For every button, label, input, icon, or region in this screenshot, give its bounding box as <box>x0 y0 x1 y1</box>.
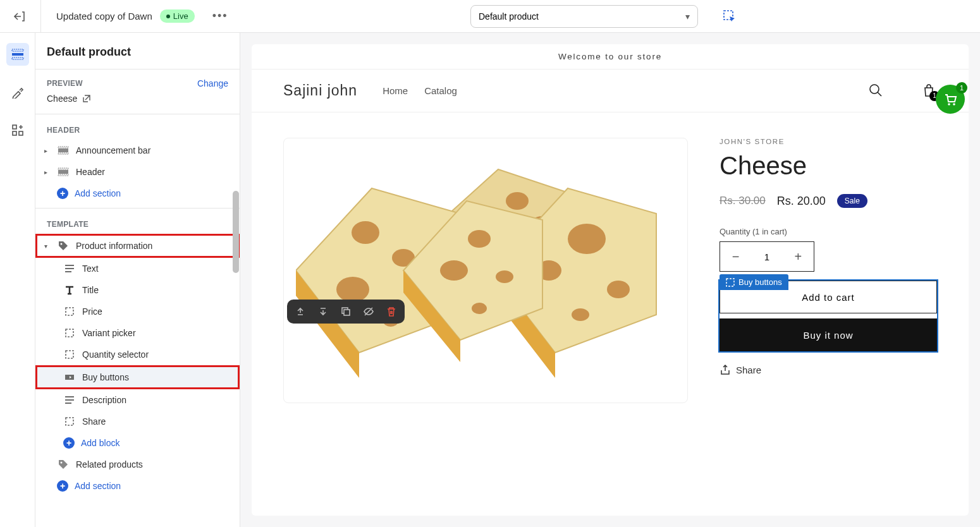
svg-rect-15 <box>66 329 73 337</box>
tree-block-text[interactable]: Text <box>35 258 240 279</box>
template-section-label: TEMPLATE <box>35 209 240 234</box>
hide-button[interactable] <box>362 305 376 318</box>
quantity-decrease[interactable]: − <box>720 243 751 270</box>
share-row[interactable]: Share <box>720 364 937 375</box>
tree-block-buy-buttons[interactable]: Buy buttons <box>35 365 240 389</box>
product-section: JOHN'S STORE Cheese Rs. 30.00 Rs. 20.00 … <box>252 112 969 428</box>
chevron-down-icon: ▾ <box>44 243 51 250</box>
store-name[interactable]: Sajini john <box>283 82 357 99</box>
svg-point-20 <box>870 85 879 94</box>
add-section-header[interactable]: + Add section <box>35 183 240 204</box>
sections-icon <box>11 49 24 60</box>
tree-header[interactable]: ▸ Header <box>35 161 240 183</box>
product-image[interactable] <box>283 138 688 403</box>
section-icon <box>57 166 70 178</box>
tree-related-products[interactable]: Related products <box>35 454 240 475</box>
inspector-button[interactable] <box>718 5 741 28</box>
tree-block-quantity-selector[interactable]: Quantity selector <box>35 344 240 365</box>
tree-block-title[interactable]: Title <box>35 279 240 301</box>
tree-block-price[interactable]: Price <box>35 301 240 322</box>
preview-label: PREVIEW <box>47 79 83 88</box>
svg-point-27 <box>572 308 589 321</box>
block-icon <box>63 349 76 360</box>
paint-icon <box>11 86 24 99</box>
apps-tab[interactable] <box>6 119 29 142</box>
tree-block-variant-picker[interactable]: Variant picker <box>35 322 240 344</box>
tree-block-share[interactable]: Share <box>35 411 240 432</box>
announcement-bar: Welcome to our store <box>252 44 969 70</box>
tree-product-information[interactable]: ▾ Product information <box>35 234 240 258</box>
product-info: JOHN'S STORE Cheese Rs. 30.00 Rs. 20.00 … <box>720 138 937 403</box>
svg-rect-3 <box>12 58 23 59</box>
delete-button[interactable] <box>384 305 398 318</box>
add-block-label: Add block <box>81 438 119 448</box>
preview-frame: Welcome to our store Sajini john Home Ca… <box>252 44 969 516</box>
topbar: Updated copy of Dawn Live ••• Default pr… <box>0 0 980 33</box>
divider <box>40 0 41 33</box>
float-cart-badge: 1 <box>956 82 967 94</box>
share-label: Share <box>736 365 761 375</box>
tree-label: Related products <box>76 459 143 469</box>
scrollbar-thumb[interactable] <box>233 191 239 273</box>
floating-cart-button[interactable]: 1 <box>936 85 965 114</box>
preview-value-row[interactable]: Cheese <box>35 92 240 114</box>
page-select-value: Default product <box>479 11 539 21</box>
tree-announcement-bar[interactable]: ▸ Announcement bar <box>35 140 240 161</box>
tag-icon <box>57 240 70 251</box>
quantity-label: Quantity (1 in cart) <box>720 227 937 236</box>
svg-point-33 <box>468 230 491 248</box>
buy-buttons-block[interactable]: Add to cart Buy it now <box>720 281 937 351</box>
cart-button[interactable]: 1 <box>922 83 937 99</box>
svg-rect-9 <box>58 153 68 154</box>
icon-rail <box>0 33 35 527</box>
tree-block-description[interactable]: Description <box>35 389 240 411</box>
buy-now-button[interactable]: Buy it now <box>720 318 937 351</box>
exit-button[interactable] <box>10 8 28 25</box>
tree-label: Title <box>82 285 99 295</box>
search-icon <box>869 83 883 97</box>
tree-label: Announcement bar <box>76 145 150 155</box>
change-link[interactable]: Change <box>197 78 228 88</box>
quantity-increase[interactable]: + <box>783 243 814 270</box>
move-down-button[interactable] <box>316 305 330 318</box>
nav-home[interactable]: Home <box>383 85 408 96</box>
product-title: Cheese <box>720 152 937 180</box>
quantity-selector: − 1 + <box>720 241 814 272</box>
plus-circle-icon: + <box>57 480 68 492</box>
svg-rect-2 <box>12 53 23 56</box>
nav-catalog[interactable]: Catalog <box>424 85 457 96</box>
page-selector[interactable]: Default product ▾ <box>470 5 698 28</box>
svg-point-19 <box>61 462 63 464</box>
add-section-label: Add section <box>75 188 121 198</box>
chevron-down-icon: ▾ <box>685 11 690 21</box>
tree-label: Price <box>82 306 102 317</box>
tree-label: Description <box>82 395 126 405</box>
duplicate-button[interactable] <box>339 305 353 318</box>
more-button[interactable]: ••• <box>207 7 233 25</box>
inspector-icon <box>723 9 737 23</box>
svg-point-24 <box>568 224 606 254</box>
target-icon <box>726 278 735 287</box>
svg-rect-39 <box>344 310 350 315</box>
plus-circle-icon: + <box>63 437 75 449</box>
search-button[interactable] <box>869 83 884 99</box>
chevron-right-icon: ▸ <box>44 147 51 154</box>
store-header: Sajini john Home Catalog 1 <box>252 70 969 112</box>
add-block[interactable]: + Add block <box>35 432 240 454</box>
svg-rect-14 <box>66 308 73 315</box>
header-section-label: HEADER <box>35 114 240 140</box>
add-section-template[interactable]: + Add section <box>35 475 240 497</box>
live-badge: Live <box>160 9 195 23</box>
apps-icon <box>11 124 24 136</box>
price-compare: Rs. 30.00 <box>720 195 766 207</box>
sections-tab[interactable] <box>6 43 29 66</box>
move-up-button[interactable] <box>293 305 307 318</box>
cheese-image-icon <box>296 150 675 391</box>
tag-icon <box>57 459 70 470</box>
sidebar-title: Default product <box>47 45 228 59</box>
live-dot-icon <box>166 15 170 18</box>
plus-circle-icon: + <box>57 188 68 199</box>
live-label: Live <box>173 11 188 21</box>
vendor-name: JOHN'S STORE <box>720 138 937 145</box>
theme-settings-tab[interactable] <box>6 81 29 104</box>
